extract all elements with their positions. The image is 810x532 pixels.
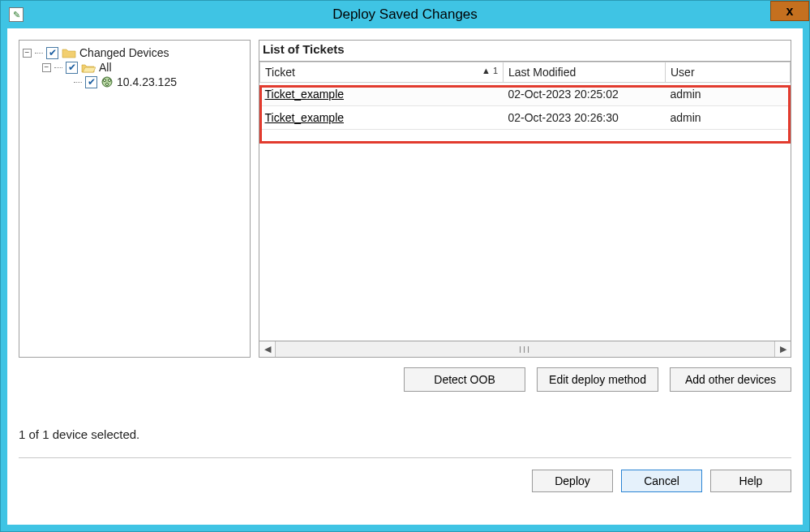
checkbox[interactable]: ✔ [66,62,78,74]
deploy-button[interactable]: Deploy [532,470,613,492]
col-header-user[interactable]: User [666,62,791,83]
device-icon [101,75,114,88]
table-row[interactable]: Ticket_example 02-Oct-2023 20:25:02 admi… [260,83,791,106]
col-header-last-modified[interactable]: Last Modified [504,62,666,83]
footer-button-row: Deploy Cancel Help [19,470,791,492]
tree-node-all[interactable]: − ✔ All [42,60,246,75]
scroll-track[interactable]: III [276,341,774,357]
tree-connector [54,67,62,68]
separator [19,457,791,458]
add-other-devices-button[interactable]: Add other devices [670,367,791,392]
tree-label: 10.4.23.125 [117,75,177,88]
ticket-table: Ticket ▲ 1 Last Modified User [259,62,791,130]
cell-last-modified: 02-Oct-2023 20:26:30 [504,106,666,130]
ticket-link[interactable]: Ticket_example [265,111,345,124]
sort-indicator-icon: ▲ 1 [482,66,498,75]
tree-label: All [99,61,112,74]
scroll-right-icon[interactable]: ▶ [774,341,791,357]
selection-status: 1 of 1 device selected. [19,427,791,441]
svg-point-1 [103,79,105,81]
window-title: Deploy Saved Changes [1,6,809,23]
folder-icon [62,47,76,58]
cell-user: admin [666,106,791,130]
open-folder-icon [81,62,96,73]
checkbox[interactable]: ✔ [85,76,97,88]
cell-last-modified: 02-Oct-2023 20:25:02 [504,83,666,106]
col-header-label: Ticket [265,66,295,79]
svg-point-3 [105,83,108,85]
checkbox[interactable]: ✔ [46,47,58,59]
tree-connector [35,53,43,54]
ticket-list-title: List of Tickets [259,40,791,61]
horizontal-scrollbar[interactable]: ◀ III ▶ [259,341,791,358]
tree-node-device[interactable]: ✔ 10.4.23.125 [62,75,246,89]
action-button-row: Detect OOB Edit deploy method Add other … [19,367,791,392]
dialog-window: ✎ Deploy Saved Changes x − ✔ [0,0,810,532]
col-header-ticket[interactable]: Ticket ▲ 1 [260,62,504,83]
titlebar: ✎ Deploy Saved Changes x [1,1,809,28]
expander-icon[interactable]: − [23,49,32,58]
svg-point-2 [108,79,110,81]
expander-icon[interactable]: − [42,63,51,72]
col-header-label: User [671,66,695,79]
expander-spacer [62,78,71,87]
ticket-link[interactable]: Ticket_example [265,88,345,101]
cell-user: admin [666,83,791,106]
cancel-button[interactable]: Cancel [621,470,702,492]
table-row[interactable]: Ticket_example 02-Oct-2023 20:26:30 admi… [260,106,791,130]
tree-label: Changed Devices [79,46,169,59]
detect-oob-button[interactable]: Detect OOB [404,367,525,392]
col-header-label: Last Modified [508,66,576,79]
edit-deploy-method-button[interactable]: Edit deploy method [537,367,658,392]
tree-connector [74,82,82,83]
ticket-table-wrap: Ticket ▲ 1 Last Modified User [259,61,791,341]
client-area: − ✔ Changed Devices − [7,28,803,525]
scroll-left-icon[interactable]: ◀ [259,341,276,357]
ticket-panel: List of Tickets Ticket ▲ 1 [259,40,791,358]
device-tree[interactable]: − ✔ Changed Devices − [19,40,251,358]
app-icon: ✎ [9,7,24,22]
close-button[interactable]: x [770,1,809,21]
tree-node-changed-devices[interactable]: − ✔ Changed Devices [23,45,246,60]
help-button[interactable]: Help [710,470,791,492]
